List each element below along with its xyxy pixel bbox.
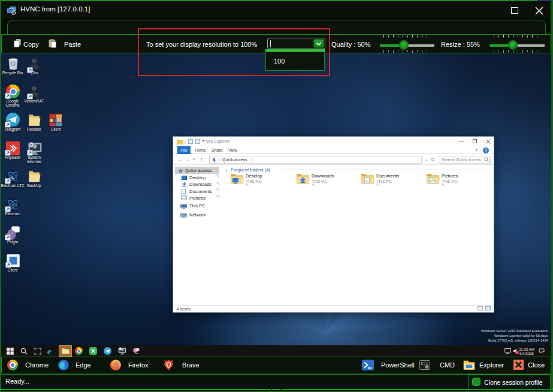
svg-text:Ł: Ł: [11, 174, 14, 180]
